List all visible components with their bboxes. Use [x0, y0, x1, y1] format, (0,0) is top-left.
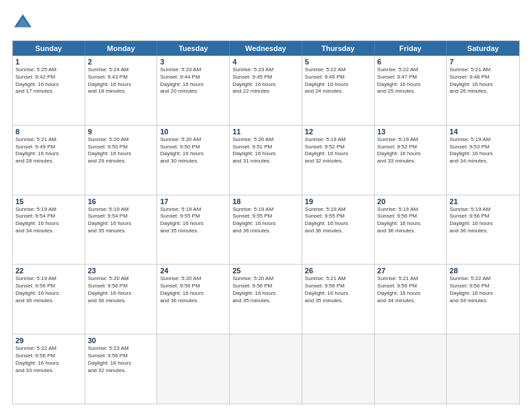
weekday-header-wednesday: Wednesday: [230, 41, 302, 56]
day-cell-25: 25Sunrise: 5:20 AM Sunset: 9:56 PM Dayli…: [230, 265, 302, 334]
calendar-row-4: 29Sunrise: 5:22 AM Sunset: 9:56 PM Dayli…: [13, 334, 519, 404]
day-info: Sunrise: 5:19 AM Sunset: 9:53 PM Dayligh…: [449, 136, 517, 165]
day-info: Sunrise: 5:19 AM Sunset: 9:56 PM Dayligh…: [378, 206, 444, 235]
day-number: 21: [449, 197, 517, 205]
day-info: Sunrise: 5:23 AM Sunset: 9:56 PM Dayligh…: [88, 345, 154, 374]
calendar-header: SundayMondayTuesdayWednesdayThursdayFrid…: [13, 41, 519, 56]
day-number: 10: [160, 128, 226, 136]
day-info: Sunrise: 5:22 AM Sunset: 9:56 PM Dayligh…: [15, 345, 82, 374]
calendar-row-3: 22Sunrise: 5:19 AM Sunset: 9:56 PM Dayli…: [13, 264, 519, 334]
day-cell-15: 15Sunrise: 5:19 AM Sunset: 9:54 PM Dayli…: [13, 195, 85, 265]
day-info: Sunrise: 5:20 AM Sunset: 9:50 PM Dayligh…: [88, 136, 154, 165]
logo: [12, 12, 36, 34]
day-info: Sunrise: 5:20 AM Sunset: 9:56 PM Dayligh…: [232, 275, 299, 304]
day-info: Sunrise: 5:21 AM Sunset: 9:49 PM Dayligh…: [15, 136, 82, 165]
calendar: SundayMondayTuesdayWednesdayThursdayFrid…: [12, 40, 520, 404]
day-cell-27: 27Sunrise: 5:21 AM Sunset: 9:56 PM Dayli…: [375, 265, 447, 334]
day-cell-8: 8Sunrise: 5:21 AM Sunset: 9:49 PM Daylig…: [13, 126, 85, 195]
day-number: 22: [15, 267, 82, 275]
weekday-header-tuesday: Tuesday: [157, 41, 230, 56]
day-info: Sunrise: 5:19 AM Sunset: 9:56 PM Dayligh…: [449, 206, 517, 235]
day-number: 23: [88, 267, 154, 275]
day-cell-23: 23Sunrise: 5:20 AM Sunset: 9:56 PM Dayli…: [85, 265, 158, 334]
day-info: Sunrise: 5:19 AM Sunset: 9:52 PM Dayligh…: [378, 136, 444, 165]
empty-cell-4-3: [230, 334, 302, 404]
page: SundayMondayTuesdayWednesdayThursdayFrid…: [0, 0, 532, 411]
weekday-header-saturday: Saturday: [447, 41, 519, 56]
day-info: Sunrise: 5:20 AM Sunset: 9:56 PM Dayligh…: [160, 275, 226, 304]
day-info: Sunrise: 5:19 AM Sunset: 9:52 PM Dayligh…: [305, 136, 371, 165]
day-number: 3: [160, 58, 226, 66]
day-cell-7: 7Sunrise: 5:21 AM Sunset: 9:48 PM Daylig…: [447, 56, 519, 125]
day-cell-5: 5Sunrise: 5:22 AM Sunset: 9:46 PM Daylig…: [302, 56, 375, 125]
day-number: 12: [305, 128, 371, 136]
day-number: 13: [378, 128, 444, 136]
day-cell-10: 10Sunrise: 5:20 AM Sunset: 9:50 PM Dayli…: [157, 126, 230, 195]
day-number: 7: [449, 58, 517, 66]
day-cell-4: 4Sunrise: 5:23 AM Sunset: 9:45 PM Daylig…: [230, 56, 302, 125]
day-info: Sunrise: 5:19 AM Sunset: 9:55 PM Dayligh…: [305, 206, 371, 235]
day-cell-24: 24Sunrise: 5:20 AM Sunset: 9:56 PM Dayli…: [157, 265, 230, 334]
day-info: Sunrise: 5:20 AM Sunset: 9:51 PM Dayligh…: [232, 136, 299, 165]
header: [12, 12, 520, 34]
day-info: Sunrise: 5:19 AM Sunset: 9:54 PM Dayligh…: [88, 206, 154, 235]
day-number: 2: [88, 58, 154, 66]
day-cell-2: 2Sunrise: 5:24 AM Sunset: 9:43 PM Daylig…: [85, 56, 158, 125]
day-number: 8: [15, 128, 82, 136]
day-number: 9: [88, 128, 154, 136]
day-cell-28: 28Sunrise: 5:22 AM Sunset: 9:56 PM Dayli…: [447, 265, 519, 334]
day-cell-13: 13Sunrise: 5:19 AM Sunset: 9:52 PM Dayli…: [375, 126, 447, 195]
day-info: Sunrise: 5:22 AM Sunset: 9:56 PM Dayligh…: [449, 275, 517, 304]
day-cell-16: 16Sunrise: 5:19 AM Sunset: 9:54 PM Dayli…: [85, 195, 158, 265]
logo-icon: [12, 12, 34, 34]
day-cell-26: 26Sunrise: 5:21 AM Sunset: 9:56 PM Dayli…: [302, 265, 375, 334]
day-cell-18: 18Sunrise: 5:19 AM Sunset: 9:55 PM Dayli…: [230, 195, 302, 265]
empty-cell-4-4: [302, 334, 375, 404]
day-number: 6: [378, 58, 444, 66]
weekday-header-thursday: Thursday: [302, 41, 375, 56]
day-info: Sunrise: 5:22 AM Sunset: 9:47 PM Dayligh…: [378, 66, 444, 95]
weekday-header-sunday: Sunday: [13, 41, 85, 56]
day-info: Sunrise: 5:25 AM Sunset: 9:42 PM Dayligh…: [15, 66, 82, 95]
day-info: Sunrise: 5:23 AM Sunset: 9:45 PM Dayligh…: [232, 66, 299, 95]
day-info: Sunrise: 5:23 AM Sunset: 9:44 PM Dayligh…: [160, 66, 226, 95]
empty-cell-4-2: [157, 334, 230, 404]
day-cell-29: 29Sunrise: 5:22 AM Sunset: 9:56 PM Dayli…: [13, 334, 85, 404]
day-info: Sunrise: 5:20 AM Sunset: 9:56 PM Dayligh…: [88, 275, 154, 304]
calendar-row-0: 1Sunrise: 5:25 AM Sunset: 9:42 PM Daylig…: [13, 56, 519, 125]
day-info: Sunrise: 5:21 AM Sunset: 9:56 PM Dayligh…: [305, 275, 371, 304]
empty-cell-4-5: [375, 334, 447, 404]
day-cell-30: 30Sunrise: 5:23 AM Sunset: 9:56 PM Dayli…: [85, 334, 158, 404]
day-number: 25: [232, 267, 299, 275]
day-info: Sunrise: 5:19 AM Sunset: 9:54 PM Dayligh…: [15, 206, 82, 235]
weekday-header-friday: Friday: [375, 41, 447, 56]
day-cell-1: 1Sunrise: 5:25 AM Sunset: 9:42 PM Daylig…: [13, 56, 85, 125]
day-info: Sunrise: 5:19 AM Sunset: 9:56 PM Dayligh…: [15, 275, 82, 304]
day-number: 17: [160, 197, 226, 205]
day-number: 24: [160, 267, 226, 275]
day-number: 20: [378, 197, 444, 205]
day-info: Sunrise: 5:20 AM Sunset: 9:50 PM Dayligh…: [160, 136, 226, 165]
day-number: 30: [88, 336, 154, 345]
day-cell-22: 22Sunrise: 5:19 AM Sunset: 9:56 PM Dayli…: [13, 265, 85, 334]
empty-cell-4-6: [447, 334, 519, 404]
day-info: Sunrise: 5:19 AM Sunset: 9:55 PM Dayligh…: [160, 206, 226, 235]
day-number: 19: [305, 197, 371, 205]
day-info: Sunrise: 5:19 AM Sunset: 9:55 PM Dayligh…: [232, 206, 299, 235]
day-cell-14: 14Sunrise: 5:19 AM Sunset: 9:53 PM Dayli…: [447, 126, 519, 195]
day-cell-19: 19Sunrise: 5:19 AM Sunset: 9:55 PM Dayli…: [302, 195, 375, 265]
day-number: 15: [15, 197, 82, 205]
day-number: 4: [232, 58, 299, 66]
day-cell-9: 9Sunrise: 5:20 AM Sunset: 9:50 PM Daylig…: [85, 126, 158, 195]
day-number: 16: [88, 197, 154, 205]
weekday-header-monday: Monday: [85, 41, 158, 56]
day-cell-6: 6Sunrise: 5:22 AM Sunset: 9:47 PM Daylig…: [375, 56, 447, 125]
day-number: 18: [232, 197, 299, 205]
day-number: 11: [232, 128, 299, 136]
day-info: Sunrise: 5:21 AM Sunset: 9:56 PM Dayligh…: [378, 275, 444, 304]
day-cell-17: 17Sunrise: 5:19 AM Sunset: 9:55 PM Dayli…: [157, 195, 230, 265]
day-number: 5: [305, 58, 371, 66]
day-cell-12: 12Sunrise: 5:19 AM Sunset: 9:52 PM Dayli…: [302, 126, 375, 195]
day-info: Sunrise: 5:24 AM Sunset: 9:43 PM Dayligh…: [88, 66, 154, 95]
calendar-row-1: 8Sunrise: 5:21 AM Sunset: 9:49 PM Daylig…: [13, 125, 519, 195]
